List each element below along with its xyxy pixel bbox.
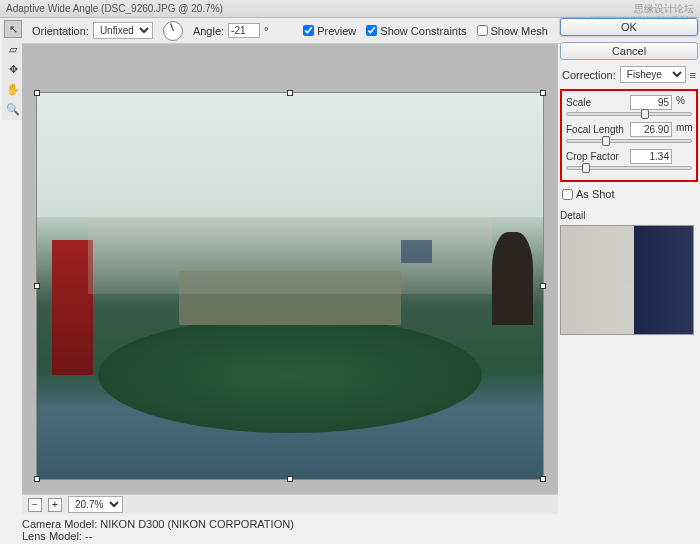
arrow-icon: ↖ [9,23,18,36]
status-bar: − + 20.7% [22,494,558,514]
mesh-check-input[interactable] [477,25,488,36]
canvas-viewport[interactable] [22,44,558,494]
focal-label: Focal Length [566,124,624,135]
main-area: − + 20.7% [22,44,558,514]
camera-model: Camera Model: NIKON D300 (NIKON CORPORAT… [22,518,294,530]
move-icon: ✥ [9,63,18,76]
tool-palette: ↖ ▱ ✥ ✋ 🔍 [2,18,22,120]
ok-button[interactable]: OK [560,18,698,36]
handle-tl[interactable] [34,90,40,96]
handle-lc[interactable] [34,283,40,289]
focal-unit: mm [674,122,692,137]
detail-label: Detail [560,210,698,221]
constraints-check-input[interactable] [366,25,377,36]
degree-unit: ° [264,25,268,37]
hand-tool[interactable]: ✋ [4,80,22,98]
orientation-group: Orientation: Unfixed [32,22,153,39]
detail-section: Detail [560,210,698,335]
photo-desk [179,271,402,325]
handle-bl[interactable] [34,476,40,482]
scale-input[interactable] [630,95,672,110]
handle-tr[interactable] [540,90,546,96]
as-shot-checkbox[interactable]: As Shot [560,188,698,200]
cancel-button[interactable]: Cancel [560,42,698,60]
correction-menu-icon[interactable]: ≡ [690,69,696,81]
correction-label: Correction: [562,69,616,81]
detail-preview[interactable] [560,225,694,335]
angle-dial[interactable] [163,21,183,41]
show-mesh-checkbox[interactable]: Show Mesh [477,25,548,37]
zoom-select[interactable]: 20.7% [68,496,123,513]
photo-rug [98,317,483,433]
scale-label: Scale [566,97,591,108]
focal-thumb[interactable] [602,136,610,146]
crop-row: Crop Factor [566,149,692,164]
polygon-icon: ▱ [9,43,17,56]
zoom-out-button[interactable]: − [28,498,42,512]
orientation-label: Orientation: [32,25,89,37]
zoom-in-button[interactable]: + [48,498,62,512]
zoom-icon: 🔍 [6,103,20,116]
photo-santa [52,240,92,375]
handle-br[interactable] [540,476,546,482]
slider-group-highlight: Scale % Focal Length mm Crop Factor [560,89,698,182]
handle-bc[interactable] [287,476,293,482]
crop-thumb[interactable] [582,163,590,173]
right-panel: OK Cancel Correction: Fisheye ≡ Scale % … [560,18,698,335]
scale-unit: % [674,95,692,110]
focal-slider[interactable] [566,139,692,143]
as-shot-input[interactable] [562,189,573,200]
crop-label: Crop Factor [566,151,619,162]
preview-checkbox[interactable]: Preview [303,25,356,37]
handle-tc[interactable] [287,90,293,96]
angle-group: Angle: ° [193,23,269,38]
footer-info: Camera Model: NIKON D300 (NIKON CORPORAT… [22,518,294,542]
lens-model: Lens Model: -- [22,530,294,542]
correction-select[interactable]: Fisheye [620,66,686,83]
scale-thumb[interactable] [641,109,649,119]
crop-unit [674,149,692,164]
handle-rc[interactable] [540,283,546,289]
scale-row: Scale % [566,95,692,110]
hand-icon: ✋ [6,83,20,96]
angle-input[interactable] [228,23,260,38]
zoom-tool[interactable]: 🔍 [4,100,22,118]
angle-label: Angle: [193,25,224,37]
focal-input[interactable] [630,122,672,137]
photo-person [492,232,532,325]
scale-slider[interactable] [566,112,692,116]
show-constraints-checkbox[interactable]: Show Constraints [366,25,466,37]
options-bar-row: Orientation: Unfixed Angle: ° Preview Sh… [22,18,558,44]
crop-input[interactable] [630,149,672,164]
constraint-tool[interactable]: ↖ [4,20,22,38]
preview-check-input[interactable] [303,25,314,36]
correction-row: Correction: Fisheye ≡ [560,66,698,83]
move-tool[interactable]: ✥ [4,60,22,78]
window-title: Adaptive Wide Angle (DSC_9260.JPG @ 20.7… [6,3,223,14]
photo-tv [401,240,431,263]
focal-row: Focal Length mm [566,122,692,137]
crop-slider[interactable] [566,166,692,170]
image-preview[interactable] [36,92,544,480]
orientation-select[interactable]: Unfixed [93,22,153,39]
polygon-constraint-tool[interactable]: ▱ [4,40,22,58]
